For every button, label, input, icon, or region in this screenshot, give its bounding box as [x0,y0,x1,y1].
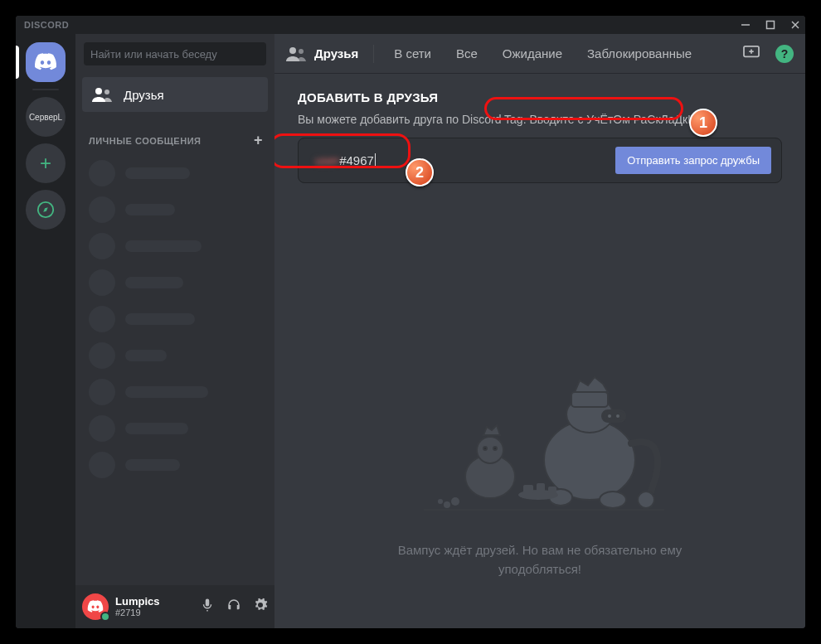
dm-sidebar: Найти или начать беседу Друзья ЛИЧНЫЕ СО… [75,34,274,628]
guild-separator [32,89,59,90]
dm-item[interactable] [82,265,268,300]
explore-button[interactable] [26,190,66,230]
dm-item[interactable] [82,302,268,337]
friends-nav[interactable]: Друзья [82,77,268,112]
add-friend-row: user#4967 Отправить запрос дружбы [298,138,782,183]
compass-icon [36,201,55,219]
svg-point-16 [607,414,612,419]
friends-label: Друзья [124,88,164,102]
user-panel: Lumpics #2719 [75,585,274,628]
tab-pending[interactable]: Ожидание [498,45,567,62]
svg-point-24 [493,447,497,450]
dm-list [75,156,274,482]
input-value: #4967 [339,153,374,167]
empty-state-text: Вампус ждёт друзей. Но вам не обязательн… [398,541,683,579]
dm-item[interactable] [82,375,268,409]
dm-item[interactable] [82,411,268,446]
guild-sidebar: СерверL + [16,34,75,628]
home-button[interactable] [26,42,66,82]
window-titlebar: DISCORD [16,16,805,34]
guild-server[interactable]: СерверL [26,97,66,137]
wumpus-illustration [391,352,689,518]
tab-online[interactable]: В сети [389,45,436,62]
friends-icon [286,46,306,61]
search-placeholder: Найти или начать беседу [90,48,217,61]
plus-icon: + [40,152,51,175]
dm-item[interactable] [82,338,268,373]
svg-rect-26 [523,485,533,493]
settings-button[interactable] [253,598,268,616]
dm-header: ЛИЧНЫЕ СООБЩЕНИЯ + [75,120,274,156]
home-indicator [16,46,19,79]
guild-label: СерверL [29,113,62,122]
maximize-button[interactable] [765,20,775,30]
desc-prefix: Вы можете добавить друга по Discord Tag. [298,113,529,126]
topbar-separator [373,45,374,63]
add-friend-desc: Вы можете добавить друга по Discord Tag.… [298,113,782,126]
text-cursor [375,153,376,168]
app-name: DISCORD [24,20,69,30]
new-group-dm-button[interactable] [742,45,760,63]
svg-rect-27 [537,483,545,493]
svg-rect-1 [767,22,775,29]
send-friend-request-button[interactable]: Отправить запрос дружбы [615,147,771,174]
svg-point-7 [289,47,296,54]
svg-rect-14 [571,392,608,407]
mute-button[interactable] [200,598,215,616]
friends-icon [92,87,112,102]
tab-all[interactable]: Все [451,45,483,62]
main-area: Друзья В сети Все Ожидание Заблокированн… [274,34,805,628]
desc-highlight: Вводите с УчЁтОм РаСкЛаДкИ! [529,113,699,126]
deafen-button[interactable] [226,598,241,616]
svg-rect-28 [548,487,556,493]
status-indicator [100,612,110,622]
input-blurred: user [315,153,339,167]
svg-rect-15 [602,410,625,422]
svg-point-5 [95,88,102,94]
content: ДОБАВИТЬ В ДРУЗЬЯ Вы можете добавить дру… [274,74,805,628]
svg-point-20 [638,491,654,508]
svg-point-30 [444,501,450,508]
svg-point-29 [451,497,459,506]
svg-point-22 [477,437,503,463]
svg-point-31 [438,499,443,504]
discord-logo-icon [34,53,57,71]
send-button-label: Отправить запрос дружбы [627,154,760,167]
help-button[interactable]: ? [775,45,794,63]
svg-point-19 [600,491,626,508]
user-tag: #2719 [115,608,193,617]
close-button[interactable] [790,20,800,30]
add-server-button[interactable]: + [26,143,66,183]
topbar: Друзья В сети Все Ожидание Заблокированн… [274,34,805,74]
help-glyph: ? [781,47,789,61]
username: Lumpics [115,596,193,608]
dm-item[interactable] [82,192,268,227]
svg-point-23 [483,447,487,450]
topbar-friends: Друзья [286,46,358,61]
create-dm-button[interactable]: + [254,132,263,149]
dm-item[interactable] [82,448,268,482]
svg-point-6 [104,90,109,94]
topbar-friends-label: Друзья [314,46,358,61]
quick-search[interactable]: Найти или начать беседу [84,42,266,65]
discord-tag-input[interactable]: user#4967 [308,148,605,173]
svg-point-8 [299,49,304,54]
user-avatar[interactable] [82,593,109,620]
dm-header-label: ЛИЧНЫЕ СООБЩЕНИЯ [89,136,201,146]
tab-blocked[interactable]: Заблокированные [582,45,697,62]
minimize-button[interactable] [741,20,751,30]
empty-state: Вампус ждёт друзей. Но вам не обязательн… [274,352,805,579]
svg-point-17 [615,414,620,419]
dm-item[interactable] [82,156,268,191]
add-friend-title: ДОБАВИТЬ В ДРУЗЬЯ [298,90,782,104]
dm-item[interactable] [82,229,268,264]
discord-logo-icon [87,600,104,613]
